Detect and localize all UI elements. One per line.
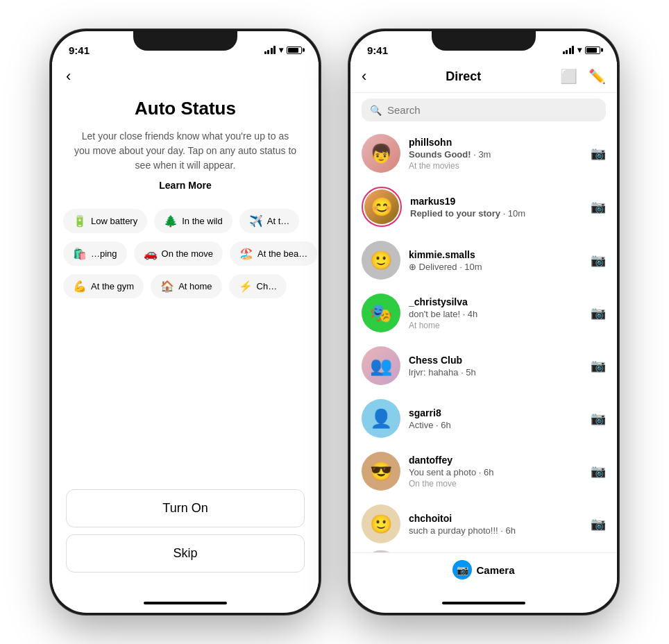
chip-low-battery[interactable]: 🔋 Low battery	[63, 209, 147, 233]
status-time-1: 9:41	[69, 44, 90, 56]
message-username: markus19	[410, 196, 582, 207]
message-username: phillsohn	[409, 137, 582, 148]
home-indicator-2	[350, 593, 617, 613]
beach-emoji: 🏖️	[239, 247, 253, 260]
chip-at-the-beach[interactable]: 🏖️ At the bea…	[230, 242, 317, 266]
camera-icon[interactable]: 📷	[591, 464, 606, 479]
message-preview: You sent a photo · 6h	[409, 467, 582, 477]
chip-at-home[interactable]: 🏠 At home	[151, 274, 221, 298]
battery-icon-1	[287, 46, 302, 54]
search-icon: 🔍	[370, 105, 382, 116]
avatar-wrap: 👥	[362, 346, 400, 385]
header-icons: ⬜ ✏️	[560, 68, 606, 85]
chip-label: Low battery	[91, 216, 137, 226]
auto-status-title: Auto Status	[73, 98, 298, 119]
avatar-wrap: 😎	[362, 452, 400, 491]
direct-title: Direct	[366, 69, 560, 84]
direct-screen: ‹ Direct ⬜ ✏️ 🔍 👦	[350, 62, 617, 593]
avatar: 👥	[362, 346, 400, 385]
avatar-wrap: 🙂	[362, 241, 400, 280]
phone-2: 9:41 ▾ ‹ Direct ⬜	[348, 29, 619, 615]
avatar: 👤	[362, 399, 400, 438]
list-item[interactable]: 😎 dantoffey You sent a photo · 6h On the…	[350, 445, 617, 498]
status-icons-1: ▾	[264, 45, 303, 55]
avatar-wrap: 😊	[362, 187, 402, 227]
camera-icon[interactable]: 📷	[591, 516, 606, 532]
list-item[interactable]: 😊 markus19 Replied to your story · 10m 📷	[350, 180, 617, 234]
skip-button[interactable]: Skip	[66, 534, 305, 573]
chip-shopping[interactable]: 🛍️ …ping	[63, 242, 127, 266]
list-item[interactable]: 👤 sgarri8 Active · 6h 📷	[350, 392, 617, 445]
auto-status-buttons: Turn On Skip	[52, 482, 319, 593]
camera-label: Camera	[476, 564, 514, 576]
status-time-2: 9:41	[367, 44, 388, 56]
message-info: chchoitoi such a purday photo!!! · 6h	[409, 513, 582, 536]
camera-circle-icon: 📷	[452, 560, 472, 579]
notch-2	[432, 31, 536, 51]
chips-row-3: 💪 At the gym 🏠 At home ⚡ Ch…	[52, 270, 319, 303]
learn-more-link[interactable]: Learn More	[73, 180, 298, 191]
avatar: 🙂	[362, 241, 400, 280]
list-item[interactable]: 🎭 _christysilva don't be late! · 4h At h…	[350, 287, 617, 339]
back-button-1[interactable]: ‹	[52, 62, 85, 91]
message-info: markus19 Replied to your story · 10m	[410, 196, 582, 219]
chip-label: At the gym	[91, 281, 134, 291]
message-info: _christysilva don't be late! · 4h At hom…	[409, 296, 582, 330]
shopping-emoji: 🛍️	[73, 247, 87, 260]
camera-icon[interactable]: 📷	[591, 253, 606, 268]
chip-label: In the wild	[182, 216, 223, 226]
avatar-wrap: 🎭	[362, 294, 400, 332]
camera-icon[interactable]: 📷	[591, 199, 606, 214]
turn-on-button[interactable]: Turn On	[66, 489, 305, 527]
search-input[interactable]	[387, 104, 598, 116]
message-info: sgarri8 Active · 6h	[409, 407, 582, 430]
list-item[interactable]: 👦 phillsohn Sounds Good! · 3m At the mov…	[350, 127, 617, 180]
chip-in-the-wild[interactable]: 🌲 In the wild	[154, 209, 232, 233]
message-username: Chess Club	[409, 355, 582, 366]
message-preview: such a purday photo!!! · 6h	[409, 525, 582, 536]
gym-emoji: 💪	[73, 280, 87, 293]
camera-bar: 📷 Camera	[350, 552, 617, 593]
camera-icon[interactable]: 📷	[591, 146, 606, 161]
list-item[interactable]: 🙂 kimmie.smalls ⊕ Delivered · 10m 📷	[350, 234, 617, 287]
list-item[interactable]: 👥 Chess Club lrjvr: hahaha · 5h 📷	[350, 339, 617, 392]
home-indicator-1	[52, 593, 319, 613]
home-bar-1	[144, 602, 227, 604]
chip-label: At the bea…	[257, 248, 307, 259]
chip-on-the-move[interactable]: 🚗 On the move	[134, 242, 223, 266]
chip-label: At home	[178, 281, 212, 291]
message-preview: Active · 6h	[409, 420, 582, 430]
wifi-icon-2: ▾	[577, 45, 582, 55]
search-bar: 🔍	[362, 99, 606, 121]
chip-ch[interactable]: ⚡ Ch…	[229, 274, 287, 298]
camera-icon[interactable]: 📷	[591, 358, 606, 373]
avatar: 😎	[362, 452, 400, 491]
direct-back-button[interactable]: ‹	[362, 67, 366, 85]
message-info: Chess Club lrjvr: hahaha · 5h	[409, 355, 582, 378]
avatar-wrap: 🙂	[362, 505, 400, 543]
camera-icon[interactable]: 📷	[591, 411, 606, 426]
car-emoji: 🚗	[144, 247, 158, 260]
message-preview: don't be late! · 4h	[409, 309, 582, 319]
auto-status-screen: ‹ Auto Status Let your close friends kno…	[52, 62, 319, 593]
camera-button[interactable]: 📷 Camera	[452, 560, 514, 579]
avatar: 🙂	[362, 505, 400, 543]
chip-at-the-gym[interactable]: 💪 At the gym	[63, 274, 144, 298]
bolt-emoji: ⚡	[239, 280, 253, 293]
chip-at-partial[interactable]: ✈️ At t…	[239, 209, 300, 233]
phone-1: 9:41 ▾ ‹ Auto Status Let your close frie…	[50, 29, 321, 615]
message-info: kimmie.smalls ⊕ Delivered · 10m	[409, 249, 582, 272]
avatar-wrap: 👤	[362, 399, 400, 438]
message-username: sgarri8	[409, 407, 582, 418]
camera-icon[interactable]: 📷	[591, 305, 606, 321]
chip-label: …ping	[91, 248, 117, 259]
message-preview: lrjvr: hahaha · 5h	[409, 367, 582, 378]
video-icon[interactable]: ⬜	[560, 68, 577, 85]
home-bar-2	[442, 602, 525, 604]
message-preview: Replied to your story · 10m	[410, 208, 582, 219]
compose-icon[interactable]: ✏️	[588, 68, 606, 85]
message-preview: ⊕ Delivered · 10m	[409, 262, 582, 272]
battery-icon-2	[585, 46, 600, 54]
message-username: kimmie.smalls	[409, 249, 582, 260]
list-item[interactable]: 🙂 chchoitoi such a purday photo!!! · 6h …	[350, 498, 617, 550]
